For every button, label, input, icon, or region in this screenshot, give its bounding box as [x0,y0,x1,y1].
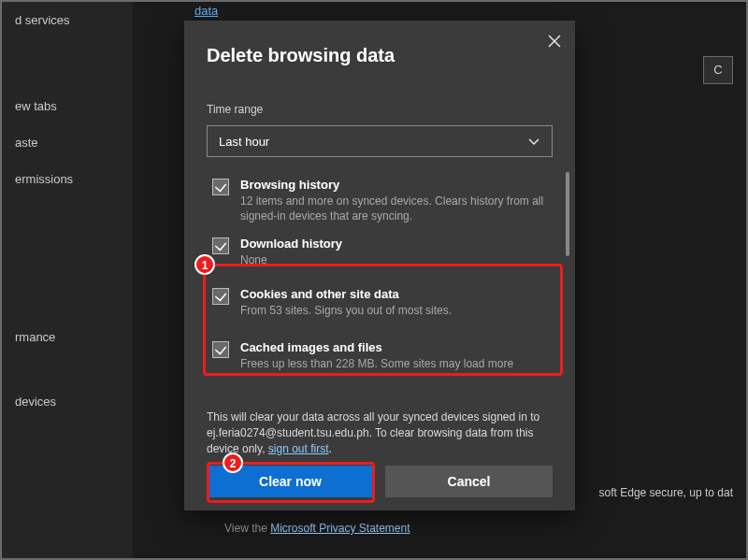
footnote-post: . [329,442,332,455]
close-icon [548,35,561,48]
option-cached[interactable]: Cached images and files Frees up less th… [207,331,553,375]
secure-text-tail: soft Edge secure, up to dat [599,486,733,499]
close-button[interactable] [545,32,564,50]
option-desc: 12 items and more on synced devices. Cle… [240,194,547,223]
clear-now-button[interactable]: Clear now [207,466,374,497]
scrollbar-thumb[interactable] [566,172,569,256]
option-title: Cookies and other site data [240,287,547,301]
option-title: Download history [240,237,547,251]
sidebar-item[interactable]: ermissions [2,161,133,197]
delete-browsing-data-dialog: Delete browsing data Time range Last hou… [184,21,575,510]
dialog-title: Delete browsing data [207,45,395,66]
sidebar-item[interactable]: aste [2,124,133,161]
option-desc: None [240,252,547,267]
option-download-history[interactable]: Download history None [207,227,553,271]
settings-page: d services ew tabs aste ermissions rmanc… [0,0,748,560]
checkbox[interactable] [212,341,229,358]
sidebar-item[interactable]: ew tabs [2,88,133,124]
sidebar-item[interactable]: d services [2,2,133,38]
checkbox[interactable] [212,288,229,305]
option-cookies[interactable]: Cookies and other site data From 53 site… [207,278,553,322]
checkbox[interactable] [212,179,229,195]
option-desc: Frees up less than 228 MB. Some sites ma… [240,356,547,371]
time-range-value: Last hour [219,135,527,149]
data-link[interactable]: data [194,4,218,18]
option-desc: From 53 sites. Signs you out of most sit… [240,303,547,318]
time-range-select[interactable]: Last hour [207,125,553,157]
checkbox[interactable] [212,237,229,254]
cancel-button[interactable]: Cancel [385,466,553,497]
sidebar-item[interactable]: devices [2,383,133,420]
sign-out-link[interactable]: sign out first [268,442,329,455]
settings-sidebar: d services ew tabs aste ermissions rmanc… [2,2,133,558]
view-prefix: View the [224,522,270,535]
chevron-down-icon [527,135,540,148]
sidebar-item[interactable]: rmance [2,319,133,355]
option-title: Browsing history [240,178,547,192]
time-range-label: Time range [207,103,263,116]
data-type-list: Browsing history 12 items and more on sy… [207,168,553,404]
sync-footnote: This will clear your data across all you… [207,409,553,456]
option-browsing-history[interactable]: Browsing history 12 items and more on sy… [207,168,553,227]
privacy-statement-link[interactable]: Microsoft Privacy Statement [270,522,410,535]
privacy-view-line: View the Microsoft Privacy Statement [224,522,410,535]
option-title: Cached images and files [240,340,547,354]
dialog-buttons: Clear now Cancel [207,466,553,497]
footnote-text: This will clear your data across all you… [207,410,539,455]
choose-button-trunc[interactable]: C [703,56,733,84]
